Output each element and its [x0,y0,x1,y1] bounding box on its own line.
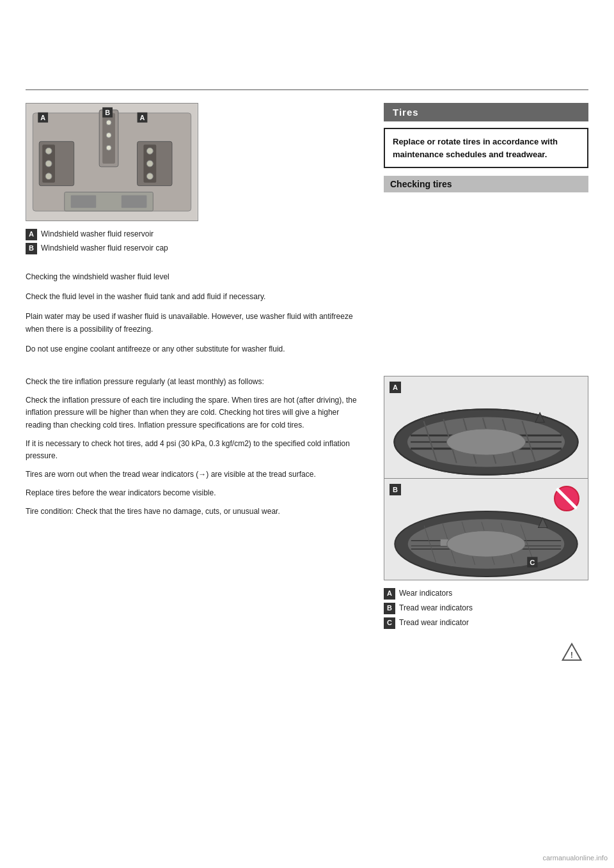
left-column: A A B A Windshield washer fluid [26,103,365,363]
upper-body-1: Checking the windshield washer fluid lev… [26,271,365,283]
svg-point-14 [106,120,111,125]
upper-section: A A B A Windshield washer fluid [0,103,614,363]
tires-warning-box: Replace or rotate tires in accordance wi… [384,128,588,168]
upper-body-2: Check the fluid level in the washer flui… [26,291,365,303]
tire-label-c: C Tread wear indicator [384,617,588,629]
svg-text:!: ! [571,650,573,660]
engine-label-a: A Windshield washer fluid reservoir [26,229,365,240]
no-entry-icon [553,485,580,512]
tire-a-badge: A [390,382,401,393]
tire-c-description: Tread wear indicator [399,617,469,628]
tire-label-badge-b: B [384,603,395,614]
lower-body-5: Replace tires before the wear indicators… [26,487,365,499]
upper-body-4: Do not use engine coolant antifreeze or … [26,343,365,355]
lower-body-4: Tires are worn out when the tread wear i… [26,469,365,481]
left-upper-body: Checking the windshield washer fluid lev… [26,265,365,355]
page-container: A A B A Windshield washer fluid [0,0,614,868]
tire-b-description: Tread wear indicators [399,603,473,614]
engine-bay-svg: A A B [26,104,198,221]
lower-body-2: Check the inflation pressure of each tir… [26,394,365,431]
checking-tires-header: Checking tires [384,176,588,192]
engine-labels: A Windshield washer fluid reservoir B Wi… [26,229,365,254]
tire-a-description: Wear indicators [399,588,452,599]
engine-b-text: Windshield washer fluid reservoir cap [41,243,168,254]
svg-text:A: A [40,114,45,121]
lower-body-1: Check the tire inflation pressure regula… [26,376,365,388]
tire-diagram-a: A [384,376,588,478]
svg-point-10 [146,160,153,167]
watermark: carmanualonline.info [542,854,608,862]
upper-body-3: Plain water may be used if washer fluid … [26,311,365,335]
svg-rect-24 [71,195,97,208]
tire-diagrams-container: A [384,376,588,580]
label-badge-a: A [26,229,37,240]
svg-point-11 [146,173,153,180]
tire-a-svg [384,376,588,478]
lower-body-3: If it is necessary to check hot tires, a… [26,438,365,462]
svg-text:C: C [530,558,535,566]
svg-point-4 [45,148,52,154]
lower-left-column: Check the tire inflation pressure regula… [26,376,365,662]
lower-right-column: A [384,376,588,662]
warning-triangle-row: ! [384,642,588,662]
right-column: Tires Replace or rotate tires in accorda… [384,103,588,363]
tire-b-badge: B [390,484,401,495]
tire-label-badge-a: A [384,588,395,600]
label-badge-b: B [26,243,37,254]
svg-point-9 [146,148,153,154]
tires-section-header: Tires [384,103,588,121]
warning-triangle-icon: ! [562,642,582,662]
svg-text:B: B [105,109,110,116]
tire-bottom-labels: A Wear indicators B Tread wear indicator… [384,588,588,629]
svg-point-5 [45,160,52,167]
top-divider [26,89,588,90]
tire-label-a: A Wear indicators [384,588,588,600]
engine-label-b: B Windshield washer fluid reservoir cap [26,243,365,254]
lower-body-6: Tire condition: Check that the tires hav… [26,506,365,518]
svg-point-59 [447,531,525,557]
tire-label-badge-c: C [384,617,395,629]
engine-a-text: Windshield washer fluid reservoir [41,229,154,240]
lower-section: Check the tire inflation pressure regula… [0,363,614,662]
svg-point-16 [106,145,111,150]
tire-label-b: B Tread wear indicators [384,603,588,614]
svg-rect-25 [122,195,147,208]
svg-point-6 [45,173,52,180]
svg-point-40 [446,429,525,455]
svg-point-15 [106,133,111,138]
tire-diagram-b: B [384,478,588,580]
svg-text:A: A [140,114,145,121]
engine-bay-diagram: A A B [26,103,198,221]
